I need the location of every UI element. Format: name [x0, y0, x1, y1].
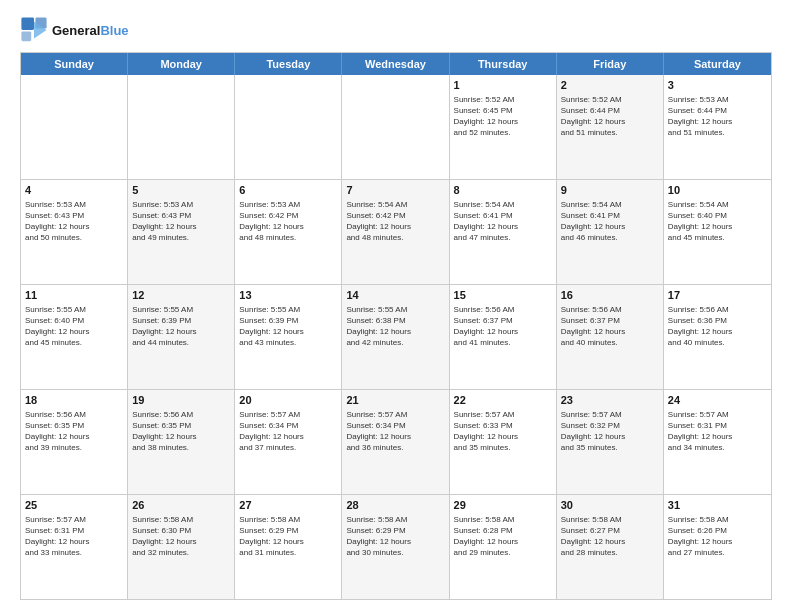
day-number: 13: [239, 288, 337, 303]
day-info: Sunrise: 5:57 AM Sunset: 6:34 PM Dayligh…: [239, 409, 337, 454]
page: GeneralBlue SundayMondayTuesdayWednesday…: [0, 0, 792, 612]
day-cell-30: 30Sunrise: 5:58 AM Sunset: 6:27 PM Dayli…: [557, 495, 664, 599]
day-info: Sunrise: 5:56 AM Sunset: 6:37 PM Dayligh…: [454, 304, 552, 349]
day-cell-29: 29Sunrise: 5:58 AM Sunset: 6:28 PM Dayli…: [450, 495, 557, 599]
day-cell-19: 19Sunrise: 5:56 AM Sunset: 6:35 PM Dayli…: [128, 390, 235, 494]
day-cell-25: 25Sunrise: 5:57 AM Sunset: 6:31 PM Dayli…: [21, 495, 128, 599]
calendar: SundayMondayTuesdayWednesdayThursdayFrid…: [20, 52, 772, 600]
day-number: 7: [346, 183, 444, 198]
calendar-row-4: 25Sunrise: 5:57 AM Sunset: 6:31 PM Dayli…: [21, 494, 771, 599]
header-day-friday: Friday: [557, 53, 664, 75]
day-number: 10: [668, 183, 767, 198]
day-info: Sunrise: 5:57 AM Sunset: 6:33 PM Dayligh…: [454, 409, 552, 454]
calendar-row-1: 4Sunrise: 5:53 AM Sunset: 6:43 PM Daylig…: [21, 179, 771, 284]
day-number: 6: [239, 183, 337, 198]
day-cell-7: 7Sunrise: 5:54 AM Sunset: 6:42 PM Daylig…: [342, 180, 449, 284]
day-cell-14: 14Sunrise: 5:55 AM Sunset: 6:38 PM Dayli…: [342, 285, 449, 389]
day-info: Sunrise: 5:54 AM Sunset: 6:40 PM Dayligh…: [668, 199, 767, 244]
day-info: Sunrise: 5:56 AM Sunset: 6:37 PM Dayligh…: [561, 304, 659, 349]
day-info: Sunrise: 5:53 AM Sunset: 6:44 PM Dayligh…: [668, 94, 767, 139]
day-number: 24: [668, 393, 767, 408]
empty-cell-0-1: [128, 75, 235, 179]
day-cell-23: 23Sunrise: 5:57 AM Sunset: 6:32 PM Dayli…: [557, 390, 664, 494]
day-cell-27: 27Sunrise: 5:58 AM Sunset: 6:29 PM Dayli…: [235, 495, 342, 599]
header-day-wednesday: Wednesday: [342, 53, 449, 75]
day-cell-18: 18Sunrise: 5:56 AM Sunset: 6:35 PM Dayli…: [21, 390, 128, 494]
day-cell-22: 22Sunrise: 5:57 AM Sunset: 6:33 PM Dayli…: [450, 390, 557, 494]
day-number: 23: [561, 393, 659, 408]
day-number: 1: [454, 78, 552, 93]
day-number: 25: [25, 498, 123, 513]
day-number: 30: [561, 498, 659, 513]
day-info: Sunrise: 5:54 AM Sunset: 6:42 PM Dayligh…: [346, 199, 444, 244]
day-cell-1: 1Sunrise: 5:52 AM Sunset: 6:45 PM Daylig…: [450, 75, 557, 179]
day-info: Sunrise: 5:58 AM Sunset: 6:29 PM Dayligh…: [239, 514, 337, 559]
header-day-tuesday: Tuesday: [235, 53, 342, 75]
day-info: Sunrise: 5:53 AM Sunset: 6:42 PM Dayligh…: [239, 199, 337, 244]
day-cell-9: 9Sunrise: 5:54 AM Sunset: 6:41 PM Daylig…: [557, 180, 664, 284]
calendar-row-2: 11Sunrise: 5:55 AM Sunset: 6:40 PM Dayli…: [21, 284, 771, 389]
day-info: Sunrise: 5:57 AM Sunset: 6:31 PM Dayligh…: [668, 409, 767, 454]
day-cell-15: 15Sunrise: 5:56 AM Sunset: 6:37 PM Dayli…: [450, 285, 557, 389]
day-cell-17: 17Sunrise: 5:56 AM Sunset: 6:36 PM Dayli…: [664, 285, 771, 389]
day-info: Sunrise: 5:54 AM Sunset: 6:41 PM Dayligh…: [454, 199, 552, 244]
day-cell-21: 21Sunrise: 5:57 AM Sunset: 6:34 PM Dayli…: [342, 390, 449, 494]
day-info: Sunrise: 5:55 AM Sunset: 6:40 PM Dayligh…: [25, 304, 123, 349]
day-number: 19: [132, 393, 230, 408]
day-info: Sunrise: 5:55 AM Sunset: 6:39 PM Dayligh…: [239, 304, 337, 349]
day-info: Sunrise: 5:58 AM Sunset: 6:30 PM Dayligh…: [132, 514, 230, 559]
day-info: Sunrise: 5:53 AM Sunset: 6:43 PM Dayligh…: [25, 199, 123, 244]
day-info: Sunrise: 5:53 AM Sunset: 6:43 PM Dayligh…: [132, 199, 230, 244]
day-cell-2: 2Sunrise: 5:52 AM Sunset: 6:44 PM Daylig…: [557, 75, 664, 179]
day-number: 5: [132, 183, 230, 198]
day-info: Sunrise: 5:56 AM Sunset: 6:36 PM Dayligh…: [668, 304, 767, 349]
day-cell-24: 24Sunrise: 5:57 AM Sunset: 6:31 PM Dayli…: [664, 390, 771, 494]
calendar-body: 1Sunrise: 5:52 AM Sunset: 6:45 PM Daylig…: [21, 75, 771, 599]
day-cell-8: 8Sunrise: 5:54 AM Sunset: 6:41 PM Daylig…: [450, 180, 557, 284]
day-cell-31: 31Sunrise: 5:58 AM Sunset: 6:26 PM Dayli…: [664, 495, 771, 599]
empty-cell-0-2: [235, 75, 342, 179]
day-info: Sunrise: 5:56 AM Sunset: 6:35 PM Dayligh…: [132, 409, 230, 454]
logo: GeneralBlue: [20, 16, 129, 44]
day-info: Sunrise: 5:56 AM Sunset: 6:35 PM Dayligh…: [25, 409, 123, 454]
day-cell-11: 11Sunrise: 5:55 AM Sunset: 6:40 PM Dayli…: [21, 285, 128, 389]
day-cell-26: 26Sunrise: 5:58 AM Sunset: 6:30 PM Dayli…: [128, 495, 235, 599]
day-number: 9: [561, 183, 659, 198]
day-info: Sunrise: 5:58 AM Sunset: 6:28 PM Dayligh…: [454, 514, 552, 559]
day-cell-13: 13Sunrise: 5:55 AM Sunset: 6:39 PM Dayli…: [235, 285, 342, 389]
day-info: Sunrise: 5:58 AM Sunset: 6:26 PM Dayligh…: [668, 514, 767, 559]
day-number: 18: [25, 393, 123, 408]
day-cell-20: 20Sunrise: 5:57 AM Sunset: 6:34 PM Dayli…: [235, 390, 342, 494]
day-info: Sunrise: 5:55 AM Sunset: 6:39 PM Dayligh…: [132, 304, 230, 349]
header-day-thursday: Thursday: [450, 53, 557, 75]
day-info: Sunrise: 5:52 AM Sunset: 6:45 PM Dayligh…: [454, 94, 552, 139]
day-info: Sunrise: 5:57 AM Sunset: 6:34 PM Dayligh…: [346, 409, 444, 454]
day-info: Sunrise: 5:52 AM Sunset: 6:44 PM Dayligh…: [561, 94, 659, 139]
logo-icon: [20, 16, 48, 44]
day-cell-16: 16Sunrise: 5:56 AM Sunset: 6:37 PM Dayli…: [557, 285, 664, 389]
day-cell-28: 28Sunrise: 5:58 AM Sunset: 6:29 PM Dayli…: [342, 495, 449, 599]
day-number: 15: [454, 288, 552, 303]
day-info: Sunrise: 5:54 AM Sunset: 6:41 PM Dayligh…: [561, 199, 659, 244]
day-info: Sunrise: 5:57 AM Sunset: 6:31 PM Dayligh…: [25, 514, 123, 559]
day-number: 21: [346, 393, 444, 408]
day-number: 29: [454, 498, 552, 513]
day-number: 12: [132, 288, 230, 303]
day-cell-4: 4Sunrise: 5:53 AM Sunset: 6:43 PM Daylig…: [21, 180, 128, 284]
logo-text: GeneralBlue: [52, 23, 129, 38]
day-info: Sunrise: 5:55 AM Sunset: 6:38 PM Dayligh…: [346, 304, 444, 349]
day-number: 17: [668, 288, 767, 303]
day-number: 3: [668, 78, 767, 93]
day-cell-5: 5Sunrise: 5:53 AM Sunset: 6:43 PM Daylig…: [128, 180, 235, 284]
day-number: 20: [239, 393, 337, 408]
day-number: 31: [668, 498, 767, 513]
day-number: 14: [346, 288, 444, 303]
calendar-header: SundayMondayTuesdayWednesdayThursdayFrid…: [21, 53, 771, 75]
empty-cell-0-3: [342, 75, 449, 179]
header-day-monday: Monday: [128, 53, 235, 75]
header-day-saturday: Saturday: [664, 53, 771, 75]
day-number: 26: [132, 498, 230, 513]
header-day-sunday: Sunday: [21, 53, 128, 75]
calendar-row-0: 1Sunrise: 5:52 AM Sunset: 6:45 PM Daylig…: [21, 75, 771, 179]
day-number: 16: [561, 288, 659, 303]
